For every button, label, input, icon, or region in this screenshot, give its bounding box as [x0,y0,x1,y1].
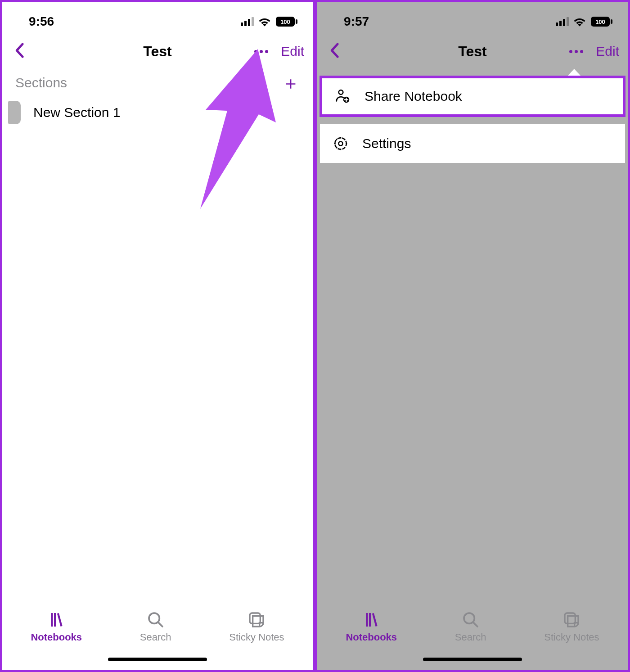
svg-rect-6 [250,613,260,623]
wifi-icon [573,17,586,27]
section-name-label: New Section 1 [33,105,120,120]
tab-search[interactable]: Search [455,611,486,643]
edit-button[interactable]: Edit [596,44,619,59]
screenshot-right: 9:57 100 Test Edit [315,0,630,672]
menu-item-settings[interactable]: Settings [320,124,625,163]
notebooks-icon [362,611,380,629]
more-menu-button[interactable] [254,50,268,53]
status-time: 9:56 [29,14,54,29]
battery-icon: 100 [275,16,298,27]
tab-notebooks[interactable]: Notebooks [346,611,397,643]
more-menu-button[interactable] [569,50,583,53]
sections-header: Sections ＋ [2,68,313,96]
tab-search-label: Search [140,631,171,643]
tab-search[interactable]: Search [140,611,171,643]
nav-bar: Test Edit [317,35,628,68]
status-bar: 9:57 100 [317,2,628,35]
gear-icon [333,135,349,152]
cellular-icon [241,17,254,26]
search-icon [147,611,165,629]
share-highlight: Share Notebook [320,76,626,117]
back-button[interactable] [14,43,24,60]
status-icons: 100 [241,16,298,27]
svg-text:100: 100 [280,18,290,25]
svg-rect-1 [296,19,297,24]
tab-sticky-label: Sticky Notes [544,631,599,643]
edit-button[interactable]: Edit [281,44,304,59]
cellular-icon [556,17,569,26]
notebooks-icon [47,611,65,629]
svg-point-10 [339,90,343,95]
tab-sticky-notes[interactable]: Sticky Notes [229,611,284,643]
sections-heading: Sections [15,75,67,90]
sticky-notes-icon [562,611,580,629]
status-bar: 9:56 100 [2,2,313,35]
nav-bar: Test Edit [2,35,313,68]
battery-icon: 100 [590,16,613,27]
tab-search-label: Search [455,631,486,643]
wifi-icon [258,17,271,27]
status-icons: 100 [556,16,613,27]
svg-point-12 [339,142,343,146]
section-color-tab [8,101,21,124]
svg-line-15 [473,622,477,627]
popover-caret [568,69,580,76]
tab-notebooks-label: Notebooks [346,631,397,643]
menu-share-label: Share Notebook [364,89,462,104]
search-icon [462,611,480,629]
tab-sticky-label: Sticky Notes [229,631,284,643]
tab-notebooks[interactable]: Notebooks [31,611,82,643]
share-people-icon [335,88,351,104]
svg-rect-8 [611,19,612,24]
back-button[interactable] [329,43,339,60]
menu-settings-label: Settings [362,136,411,151]
sticky-notes-icon [248,611,266,629]
menu-item-share-notebook[interactable]: Share Notebook [322,78,623,114]
tab-notebooks-label: Notebooks [31,631,82,643]
svg-line-5 [158,622,162,627]
section-row[interactable]: New Section 1 [2,96,313,129]
tab-sticky-notes[interactable]: Sticky Notes [544,611,599,643]
tab-bar: Notebooks Search Sticky Notes [2,607,313,670]
svg-text:100: 100 [595,18,605,25]
tab-bar: Notebooks Search Sticky Notes [317,607,628,670]
home-indicator [423,658,522,661]
svg-rect-16 [565,613,575,623]
screenshot-left: 9:56 100 Test Edit Sections ＋ New Sectio… [0,0,315,672]
add-section-button[interactable]: ＋ [282,74,300,92]
status-time: 9:57 [344,14,369,29]
home-indicator [108,658,207,661]
